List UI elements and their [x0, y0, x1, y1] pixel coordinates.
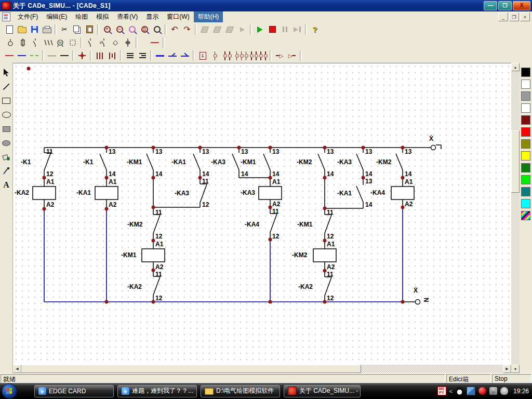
- fill-tool[interactable]: [1, 152, 11, 162]
- menu-draw[interactable]: 绘图: [71, 11, 92, 22]
- circuit-label[interactable]: 11: [272, 208, 279, 215]
- circuit-label[interactable]: 12: [155, 233, 163, 240]
- circuit-label[interactable]: -KM2: [292, 251, 308, 259]
- filled-rectangle-tool[interactable]: [1, 124, 11, 134]
- color-swatch-0[interactable]: [521, 68, 530, 77]
- taskbar-item-edge-card[interactable]: e EDGE CARD: [34, 385, 114, 397]
- menu-edit[interactable]: 编辑(E): [42, 11, 71, 22]
- menu-window[interactable]: 窗口(W): [163, 11, 193, 22]
- mdi-minimize-button[interactable]: _: [498, 12, 508, 21]
- print-button[interactable]: [41, 24, 53, 35]
- restore-button[interactable]: ❐: [498, 1, 512, 10]
- block-element-button[interactable]: [66, 37, 79, 48]
- dropper-tool[interactable]: [1, 166, 11, 176]
- circuit-label[interactable]: -KA1: [171, 158, 186, 166]
- circuit-label[interactable]: -K1: [21, 158, 31, 166]
- thin-red-wire-button[interactable]: [46, 50, 58, 61]
- circuit-label[interactable]: 14: [155, 170, 163, 178]
- switch-button[interactable]: [29, 37, 42, 48]
- circuit-label[interactable]: -KA1: [337, 190, 352, 197]
- color-swatch-7[interactable]: [521, 151, 530, 161]
- network-icon[interactable]: [467, 387, 475, 395]
- circuit-label[interactable]: 14: [202, 170, 209, 178]
- contact-button[interactable]: [84, 37, 97, 48]
- circuit-label[interactable]: A1: [109, 178, 117, 185]
- menu-simulate[interactable]: 模拟: [92, 11, 113, 22]
- terminal-button[interactable]: [122, 37, 134, 48]
- connector-out-button[interactable]: ▷: [286, 50, 298, 61]
- circuit-label[interactable]: 14: [327, 170, 334, 178]
- color-swatch-1[interactable]: [521, 79, 530, 89]
- circuit-label[interactable]: 12: [272, 233, 280, 240]
- connector-in-button[interactable]: ▷: [273, 50, 286, 61]
- color-swatch-9[interactable]: [521, 175, 530, 184]
- undo-button[interactable]: ↶: [168, 24, 181, 35]
- emergency-contact-button[interactable]: E: [97, 37, 109, 48]
- circuit-labels[interactable]: 11-K112A1-KA2A213-K114A1-KA1A213-KM11411…: [15, 135, 433, 302]
- minimize-button[interactable]: —: [484, 1, 497, 10]
- rectangle-tool[interactable]: [1, 96, 11, 105]
- circuit-label[interactable]: 14: [109, 170, 116, 178]
- menu-view[interactable]: 查看(V): [113, 11, 142, 22]
- three-phase-switch-button[interactable]: [42, 37, 54, 48]
- circuit-label[interactable]: -KA4: [370, 189, 385, 196]
- lamp-button[interactable]: ◇: [109, 37, 122, 48]
- circuit-label[interactable]: A2: [405, 201, 413, 208]
- circuit-wires[interactable]: [44, 145, 441, 302]
- simulate-play-button[interactable]: [254, 24, 266, 35]
- circuit-label[interactable]: 12: [327, 295, 334, 302]
- circuit-label[interactable]: A2: [327, 263, 335, 271]
- filled-ellipse-tool[interactable]: [1, 138, 11, 148]
- horizontal-scrollbar[interactable]: ◀ ▶: [13, 365, 511, 373]
- zoom-out-button[interactable]: −: [113, 24, 126, 35]
- circuit-label[interactable]: 11: [327, 271, 334, 278]
- rotate-left-button[interactable]: [198, 24, 211, 35]
- circuit-label[interactable]: -KM2: [376, 158, 392, 166]
- black-wire-button[interactable]: [58, 50, 71, 61]
- document-icon[interactable]: [2, 12, 10, 21]
- neutral-bus-wires[interactable]: [44, 207, 403, 302]
- circuit-label[interactable]: 13: [272, 148, 280, 155]
- circuit-label[interactable]: -K1: [83, 158, 94, 166]
- circuit-label[interactable]: A1: [155, 241, 164, 248]
- cable-button[interactable]: [154, 50, 166, 61]
- tray-chevron-icon[interactable]: <: [449, 388, 453, 394]
- circuit-label[interactable]: 13: [365, 148, 373, 155]
- wire-tool-button[interactable]: [149, 37, 161, 48]
- color-swatch-5[interactable]: [521, 127, 530, 137]
- circuit-label[interactable]: -KM1: [297, 221, 313, 228]
- cable-mark-button[interactable]: [166, 50, 179, 61]
- color-swatch-6[interactable]: [521, 139, 530, 149]
- color-swatch-11[interactable]: [521, 199, 530, 208]
- color-swatch-12[interactable]: [521, 211, 530, 220]
- circuit-label[interactable]: -KA3: [241, 189, 255, 196]
- open-file-button[interactable]: [16, 24, 28, 35]
- zoom-in-button[interactable]: +: [101, 24, 113, 35]
- circuit-label[interactable]: -KM1: [121, 251, 137, 259]
- scroll-right-button[interactable]: ▶: [503, 365, 511, 373]
- circuit-label[interactable]: 14: [365, 170, 373, 178]
- ladder-circuit-drawing[interactable]: 11-K112A1-KA2A213-K114A1-KA1A213-KM11411…: [13, 63, 511, 365]
- three-phase-lines-button[interactable]: [94, 50, 106, 61]
- qq-messenger-icon[interactable]: [456, 387, 463, 395]
- circuit-label[interactable]: A2: [272, 201, 281, 208]
- mdi-close-button[interactable]: ×: [520, 12, 530, 21]
- scroll-down-button[interactable]: ▼: [511, 365, 520, 373]
- circuit-label[interactable]: -KA4: [245, 221, 259, 228]
- circuit-label[interactable]: N: [422, 298, 430, 302]
- bus-lines-button[interactable]: [124, 50, 136, 61]
- circuit-label[interactable]: 14: [405, 170, 412, 178]
- circuit-label[interactable]: 11: [155, 271, 162, 278]
- circuit-label[interactable]: 13: [405, 148, 412, 155]
- line-tool[interactable]: [1, 82, 11, 91]
- paste-button[interactable]: [83, 24, 96, 35]
- relay-coils[interactable]: [33, 187, 414, 262]
- circuit-label[interactable]: A1: [272, 178, 281, 185]
- help-button[interactable]: ?: [309, 24, 321, 35]
- start-button[interactable]: [2, 383, 17, 399]
- red-wire-button[interactable]: [3, 50, 16, 61]
- circuit-label[interactable]: 11: [202, 178, 209, 185]
- cable-mark-alt-button[interactable]: [179, 50, 191, 61]
- circuit-label[interactable]: 13: [202, 148, 209, 155]
- circuit-label[interactable]: 13: [155, 148, 163, 155]
